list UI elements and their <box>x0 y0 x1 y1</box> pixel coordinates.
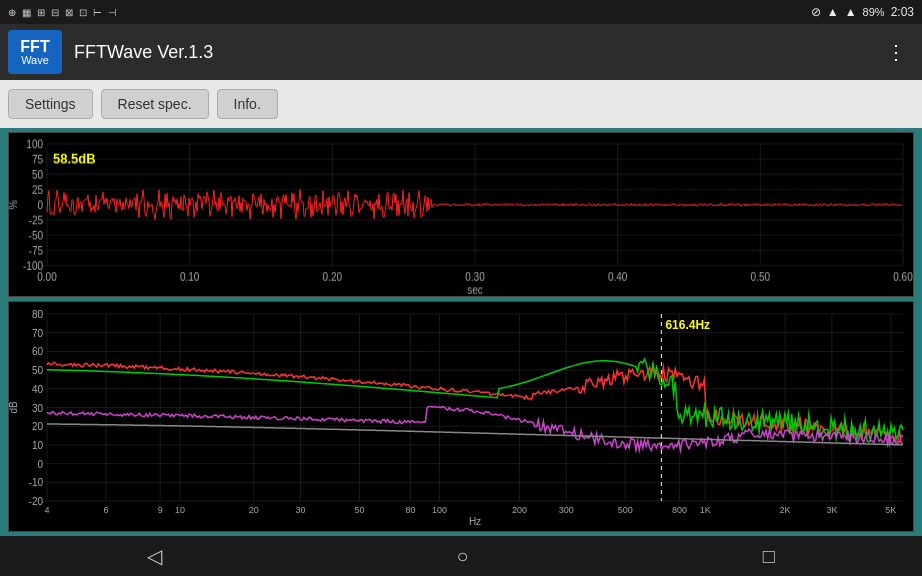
app-title: FFTWave Ver.1.3 <box>74 42 878 63</box>
recent-button[interactable]: □ <box>723 541 815 572</box>
status-bar: ⊕ ▦ ⊞ ⊟ ⊠ ⊡ ⊢ ⊣ ⊘ ▲ ▲ 89% 2:03 <box>0 0 922 24</box>
time-display: 2:03 <box>891 5 914 19</box>
app-icon-fft-text: FFT <box>20 39 49 55</box>
settings-button[interactable]: Settings <box>8 89 93 119</box>
battery-percent: 89% <box>863 6 885 18</box>
app-icon-wave-text: Wave <box>21 55 49 66</box>
waveform-panel <box>8 132 914 297</box>
title-bar: FFT Wave FFTWave Ver.1.3 ⋮ <box>0 24 922 80</box>
no-sign-icon: ⊘ <box>811 5 821 19</box>
action-bar: Settings Reset spec. Info. <box>0 80 922 128</box>
info-button[interactable]: Info. <box>217 89 278 119</box>
home-button[interactable]: ○ <box>416 541 508 572</box>
back-button[interactable]: ◁ <box>107 540 202 572</box>
nav-bar: ◁ ○ □ <box>0 536 922 576</box>
reset-spec-button[interactable]: Reset spec. <box>101 89 209 119</box>
status-bar-right: ⊘ ▲ ▲ 89% 2:03 <box>811 5 914 19</box>
app-icon: FFT Wave <box>8 30 62 74</box>
wifi-icon: ▲ <box>827 5 839 19</box>
spectrum-canvas[interactable] <box>9 302 913 531</box>
spectrum-panel <box>8 301 914 532</box>
waveform-canvas[interactable] <box>9 133 913 296</box>
charts-container <box>0 128 922 536</box>
status-icons-left: ⊕ ▦ ⊞ ⊟ ⊠ ⊡ ⊢ ⊣ <box>8 7 117 18</box>
overflow-menu-icon[interactable]: ⋮ <box>878 32 914 72</box>
signal-icon: ▲ <box>845 5 857 19</box>
